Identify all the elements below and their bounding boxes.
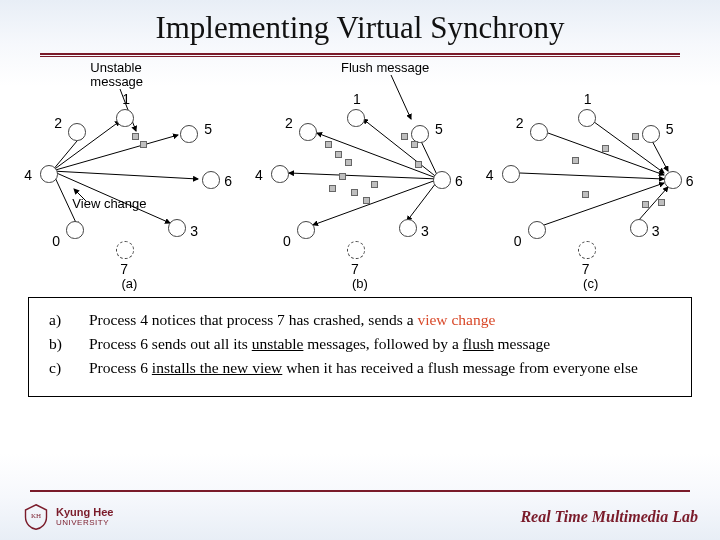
msg-square [642, 201, 649, 208]
slide-title: Implementing Virtual Synchrony [0, 0, 720, 50]
node-1 [347, 109, 365, 127]
lab-name: Real Time Multimedia Lab [520, 508, 698, 526]
num-0: 0 [514, 233, 522, 249]
node-6 [433, 171, 451, 189]
node-4 [502, 165, 520, 183]
svg-line-9 [363, 119, 439, 179]
node-4 [271, 165, 289, 183]
item-b-key: b) [49, 334, 89, 355]
msg-square [140, 141, 147, 148]
msg-square [582, 191, 589, 198]
msg-square [411, 141, 418, 148]
item-a-text: Process 4 notices that process 7 has cra… [89, 310, 495, 331]
num-7: 7 [351, 261, 359, 277]
panel-b: Flush message 1 5 6 3 [251, 61, 469, 291]
num-1: 1 [584, 91, 592, 107]
node-2 [68, 123, 86, 141]
num-3: 3 [190, 223, 198, 239]
panel-a: Unstable message [20, 61, 238, 291]
msg-square [132, 133, 139, 140]
num-7: 7 [120, 261, 128, 277]
num-1: 1 [122, 91, 130, 107]
num-2: 2 [285, 115, 293, 131]
num-0: 0 [283, 233, 291, 249]
footer-rule [30, 490, 690, 492]
description-box: a) Process 4 notices that process 7 has … [28, 297, 692, 397]
num-1: 1 [353, 91, 361, 107]
crest-icon: KH [22, 503, 50, 531]
svg-line-3 [52, 121, 120, 171]
university-logo: KH Kyung Hee UNIVERSITY [22, 503, 113, 531]
num-2: 2 [54, 115, 62, 131]
msg-square [363, 197, 370, 204]
node-3 [630, 219, 648, 237]
num-6: 6 [455, 173, 463, 189]
svg-text:KH: KH [31, 512, 41, 520]
slide: Implementing Virtual Synchrony Unstable … [0, 0, 720, 540]
msg-square [339, 173, 346, 180]
caption-b: (b) [352, 276, 368, 291]
node-6 [664, 171, 682, 189]
diagram-area: Unstable message [0, 57, 720, 291]
item-a-key: a) [49, 310, 89, 331]
node-1 [578, 109, 596, 127]
svg-line-11 [289, 173, 439, 179]
num-0: 0 [52, 233, 60, 249]
node-7 [116, 241, 134, 259]
node-3 [399, 219, 417, 237]
msg-square [351, 189, 358, 196]
node-2 [530, 123, 548, 141]
msg-square [345, 159, 352, 166]
msg-square [325, 141, 332, 148]
node-0 [66, 221, 84, 239]
msg-square [658, 199, 665, 206]
node-7 [578, 241, 596, 259]
footer: KH Kyung Hee UNIVERSITY Real Time Multim… [0, 494, 720, 540]
item-b-text: Process 6 sends out all its unstable mes… [89, 334, 550, 355]
node-1 [116, 109, 134, 127]
node-6 [202, 171, 220, 189]
node-5 [180, 125, 198, 143]
msg-square [602, 145, 609, 152]
svg-line-17 [520, 173, 664, 179]
node-0 [297, 221, 315, 239]
item-c: c) Process 6 installs the new view when … [49, 358, 677, 379]
num-2: 2 [516, 115, 524, 131]
num-7: 7 [582, 261, 590, 277]
num-6: 6 [686, 173, 694, 189]
node-2 [299, 123, 317, 141]
item-c-key: c) [49, 358, 89, 379]
num-5: 5 [435, 121, 443, 137]
num-5: 5 [666, 121, 674, 137]
num-4: 4 [486, 167, 494, 183]
caption-a: (a) [121, 276, 137, 291]
svg-line-5 [52, 171, 198, 179]
university-name: Kyung Hee [56, 507, 113, 518]
num-6: 6 [224, 173, 232, 189]
university-subtitle: UNIVERSITY [56, 518, 113, 527]
item-b: b) Process 6 sends out all its unstable … [49, 334, 677, 355]
university-name-block: Kyung Hee UNIVERSITY [56, 507, 113, 527]
msg-square [401, 133, 408, 140]
msg-square [329, 185, 336, 192]
num-3: 3 [421, 223, 429, 239]
msg-square [415, 161, 422, 168]
svg-line-8 [391, 75, 411, 119]
item-c-text: Process 6 installs the new view when it … [89, 358, 638, 379]
num-4: 4 [255, 167, 263, 183]
svg-line-4 [52, 135, 178, 171]
node-0 [528, 221, 546, 239]
label-view-change: View change [72, 197, 162, 211]
caption-c: (c) [583, 276, 598, 291]
msg-square [335, 151, 342, 158]
num-4: 4 [24, 167, 32, 183]
node-3 [168, 219, 186, 237]
title-rule [40, 53, 680, 55]
node-7 [347, 241, 365, 259]
num-3: 3 [652, 223, 660, 239]
msg-square [371, 181, 378, 188]
item-a: a) Process 4 notices that process 7 has … [49, 310, 677, 331]
panel-c: 1 5 6 3 7 0 4 2 (c) [482, 61, 700, 291]
msg-square [632, 133, 639, 140]
node-4 [40, 165, 58, 183]
